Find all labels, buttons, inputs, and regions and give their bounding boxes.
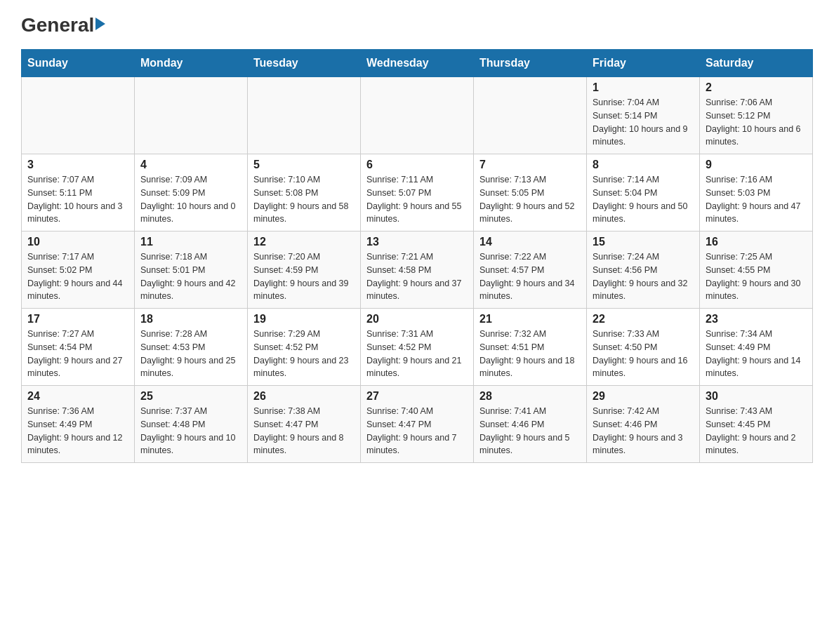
calendar-cell: 8Sunrise: 7:14 AMSunset: 5:04 PMDaylight… bbox=[587, 154, 700, 232]
sun-info: Sunrise: 7:28 AMSunset: 4:53 PMDaylight:… bbox=[140, 328, 241, 380]
calendar-cell: 15Sunrise: 7:24 AMSunset: 4:56 PMDayligh… bbox=[587, 232, 700, 309]
calendar-cell bbox=[22, 77, 135, 154]
calendar-cell: 30Sunrise: 7:43 AMSunset: 4:45 PMDayligh… bbox=[700, 386, 813, 463]
calendar-cell: 20Sunrise: 7:31 AMSunset: 4:52 PMDayligh… bbox=[361, 309, 474, 386]
calendar-body: 1Sunrise: 7:04 AMSunset: 5:14 PMDaylight… bbox=[22, 77, 813, 463]
sun-info: Sunrise: 7:37 AMSunset: 4:48 PMDaylight:… bbox=[140, 405, 241, 457]
sun-info: Sunrise: 7:14 AMSunset: 5:04 PMDaylight:… bbox=[593, 173, 694, 226]
calendar-cell: 18Sunrise: 7:28 AMSunset: 4:53 PMDayligh… bbox=[135, 309, 248, 386]
calendar-cell: 6Sunrise: 7:11 AMSunset: 5:07 PMDaylight… bbox=[361, 154, 474, 232]
day-number: 24 bbox=[27, 390, 128, 403]
sun-info: Sunrise: 7:34 AMSunset: 4:49 PMDaylight:… bbox=[706, 328, 807, 380]
logo-general-text: General bbox=[21, 14, 94, 36]
calendar-cell: 4Sunrise: 7:09 AMSunset: 5:09 PMDaylight… bbox=[135, 154, 248, 232]
day-number: 13 bbox=[366, 236, 468, 248]
calendar-cell: 29Sunrise: 7:42 AMSunset: 4:46 PMDayligh… bbox=[587, 386, 700, 463]
day-header-wednesday: Wednesday bbox=[361, 50, 474, 77]
calendar-cell: 1Sunrise: 7:04 AMSunset: 5:14 PMDaylight… bbox=[587, 77, 700, 154]
sun-info: Sunrise: 7:20 AMSunset: 4:59 PMDaylight:… bbox=[253, 250, 355, 303]
sun-info: Sunrise: 7:32 AMSunset: 4:51 PMDaylight:… bbox=[479, 328, 581, 380]
calendar-cell: 14Sunrise: 7:22 AMSunset: 4:57 PMDayligh… bbox=[474, 232, 587, 309]
day-number: 27 bbox=[366, 390, 468, 403]
calendar-header: SundayMondayTuesdayWednesdayThursdayFrid… bbox=[22, 50, 813, 77]
calendar-cell: 2Sunrise: 7:06 AMSunset: 5:12 PMDaylight… bbox=[700, 77, 813, 154]
sun-info: Sunrise: 7:13 AMSunset: 5:05 PMDaylight:… bbox=[479, 173, 581, 226]
sun-info: Sunrise: 7:25 AMSunset: 4:55 PMDaylight:… bbox=[706, 250, 807, 303]
sun-info: Sunrise: 7:11 AMSunset: 5:07 PMDaylight:… bbox=[366, 173, 468, 226]
calendar-cell: 16Sunrise: 7:25 AMSunset: 4:55 PMDayligh… bbox=[700, 232, 813, 309]
sun-info: Sunrise: 7:29 AMSunset: 4:52 PMDaylight:… bbox=[253, 328, 355, 380]
day-number: 29 bbox=[593, 390, 694, 403]
calendar-cell: 5Sunrise: 7:10 AMSunset: 5:08 PMDaylight… bbox=[248, 154, 361, 232]
sun-info: Sunrise: 7:40 AMSunset: 4:47 PMDaylight:… bbox=[366, 405, 468, 457]
day-number: 28 bbox=[479, 390, 581, 403]
day-number: 30 bbox=[706, 390, 807, 403]
day-number: 18 bbox=[140, 313, 241, 326]
day-number: 20 bbox=[366, 313, 468, 326]
sun-info: Sunrise: 7:42 AMSunset: 4:46 PMDaylight:… bbox=[593, 405, 694, 457]
calendar-cell: 28Sunrise: 7:41 AMSunset: 4:46 PMDayligh… bbox=[474, 386, 587, 463]
sun-info: Sunrise: 7:38 AMSunset: 4:47 PMDaylight:… bbox=[253, 405, 355, 457]
calendar-week-row: 17Sunrise: 7:27 AMSunset: 4:54 PMDayligh… bbox=[22, 309, 813, 386]
day-number: 16 bbox=[706, 236, 807, 248]
days-of-week-row: SundayMondayTuesdayWednesdayThursdayFrid… bbox=[22, 50, 813, 77]
day-header-friday: Friday bbox=[587, 50, 700, 77]
day-header-monday: Monday bbox=[135, 50, 248, 77]
calendar-cell: 11Sunrise: 7:18 AMSunset: 5:01 PMDayligh… bbox=[135, 232, 248, 309]
logo: General bbox=[21, 14, 105, 36]
calendar-cell: 27Sunrise: 7:40 AMSunset: 4:47 PMDayligh… bbox=[361, 386, 474, 463]
day-number: 7 bbox=[479, 159, 581, 171]
calendar-cell bbox=[248, 77, 361, 154]
day-number: 11 bbox=[140, 236, 241, 248]
calendar-week-row: 24Sunrise: 7:36 AMSunset: 4:49 PMDayligh… bbox=[22, 386, 813, 463]
sun-info: Sunrise: 7:17 AMSunset: 5:02 PMDaylight:… bbox=[27, 250, 128, 303]
day-number: 3 bbox=[27, 159, 128, 171]
sun-info: Sunrise: 7:07 AMSunset: 5:11 PMDaylight:… bbox=[27, 173, 128, 226]
sun-info: Sunrise: 7:06 AMSunset: 5:12 PMDaylight:… bbox=[706, 96, 807, 149]
day-number: 26 bbox=[253, 390, 355, 403]
calendar-week-row: 3Sunrise: 7:07 AMSunset: 5:11 PMDaylight… bbox=[22, 154, 813, 232]
calendar-cell: 19Sunrise: 7:29 AMSunset: 4:52 PMDayligh… bbox=[248, 309, 361, 386]
calendar-cell: 26Sunrise: 7:38 AMSunset: 4:47 PMDayligh… bbox=[248, 386, 361, 463]
day-number: 17 bbox=[27, 313, 128, 326]
sun-info: Sunrise: 7:33 AMSunset: 4:50 PMDaylight:… bbox=[593, 328, 694, 380]
sun-info: Sunrise: 7:21 AMSunset: 4:58 PMDaylight:… bbox=[366, 250, 468, 303]
sun-info: Sunrise: 7:16 AMSunset: 5:03 PMDaylight:… bbox=[706, 173, 807, 226]
calendar-cell bbox=[361, 77, 474, 154]
sun-info: Sunrise: 7:22 AMSunset: 4:57 PMDaylight:… bbox=[479, 250, 581, 303]
day-number: 14 bbox=[479, 236, 581, 248]
day-number: 2 bbox=[706, 81, 807, 94]
day-number: 23 bbox=[706, 313, 807, 326]
sun-info: Sunrise: 7:31 AMSunset: 4:52 PMDaylight:… bbox=[366, 328, 468, 380]
calendar-cell: 23Sunrise: 7:34 AMSunset: 4:49 PMDayligh… bbox=[700, 309, 813, 386]
day-number: 12 bbox=[253, 236, 355, 248]
day-number: 22 bbox=[593, 313, 694, 326]
sun-info: Sunrise: 7:43 AMSunset: 4:45 PMDaylight:… bbox=[706, 405, 807, 457]
day-header-sunday: Sunday bbox=[22, 50, 135, 77]
day-number: 15 bbox=[593, 236, 694, 248]
calendar-week-row: 1Sunrise: 7:04 AMSunset: 5:14 PMDaylight… bbox=[22, 77, 813, 154]
day-header-tuesday: Tuesday bbox=[248, 50, 361, 77]
day-number: 6 bbox=[366, 159, 468, 171]
calendar-cell: 21Sunrise: 7:32 AMSunset: 4:51 PMDayligh… bbox=[474, 309, 587, 386]
day-number: 9 bbox=[706, 159, 807, 171]
calendar-cell: 9Sunrise: 7:16 AMSunset: 5:03 PMDaylight… bbox=[700, 154, 813, 232]
calendar-cell: 24Sunrise: 7:36 AMSunset: 4:49 PMDayligh… bbox=[22, 386, 135, 463]
sun-info: Sunrise: 7:09 AMSunset: 5:09 PMDaylight:… bbox=[140, 173, 241, 226]
day-header-saturday: Saturday bbox=[700, 50, 813, 77]
day-number: 10 bbox=[27, 236, 128, 248]
calendar-cell: 12Sunrise: 7:20 AMSunset: 4:59 PMDayligh… bbox=[248, 232, 361, 309]
day-number: 21 bbox=[479, 313, 581, 326]
calendar-cell: 17Sunrise: 7:27 AMSunset: 4:54 PMDayligh… bbox=[22, 309, 135, 386]
day-header-thursday: Thursday bbox=[474, 50, 587, 77]
day-number: 25 bbox=[140, 390, 241, 403]
day-number: 19 bbox=[253, 313, 355, 326]
day-number: 4 bbox=[140, 159, 241, 171]
day-number: 8 bbox=[593, 159, 694, 171]
calendar-cell bbox=[474, 77, 587, 154]
sun-info: Sunrise: 7:04 AMSunset: 5:14 PMDaylight:… bbox=[593, 96, 694, 149]
calendar-cell: 3Sunrise: 7:07 AMSunset: 5:11 PMDaylight… bbox=[22, 154, 135, 232]
calendar-cell bbox=[135, 77, 248, 154]
calendar-cell: 10Sunrise: 7:17 AMSunset: 5:02 PMDayligh… bbox=[22, 232, 135, 309]
calendar-cell: 25Sunrise: 7:37 AMSunset: 4:48 PMDayligh… bbox=[135, 386, 248, 463]
